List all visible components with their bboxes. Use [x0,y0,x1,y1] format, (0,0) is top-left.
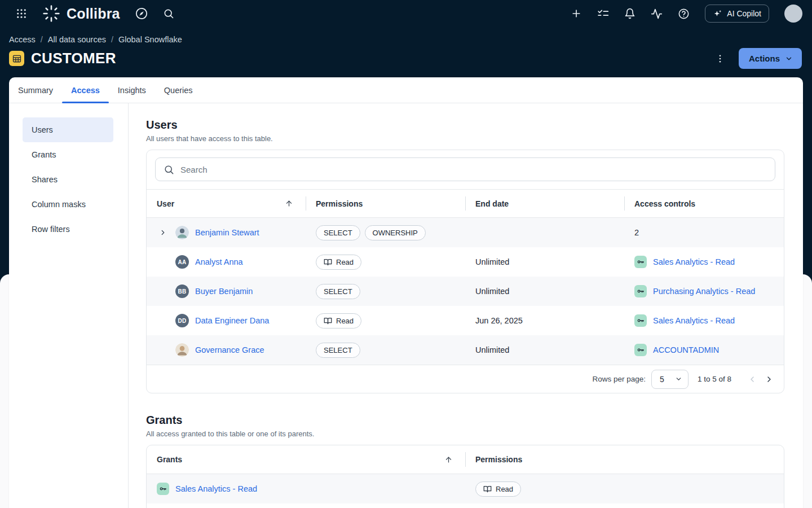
sidebar-item-grants[interactable]: Grants [23,142,113,167]
page-title: CUSTOMER [31,50,116,67]
avatar-initials: DD [175,314,189,327]
access-control-link[interactable]: Purchasing Analytics - Read [653,287,755,296]
table-row [147,503,784,508]
notifications-bell-icon[interactable] [624,8,636,19]
collibra-logo-mark-icon [42,4,61,23]
topbar: Collibra AI Copilot [0,0,812,27]
breadcrumb-item-global-snowflake[interactable]: Global Snowflake [118,35,182,44]
column-header-user[interactable]: User [147,190,306,217]
rows-per-page-label: Rows per page: [592,375,646,383]
pagination-next-icon[interactable] [761,371,778,388]
access-control-link[interactable]: Sales Analytics - Read [653,257,735,266]
sidebar-item-shares[interactable]: Shares [23,167,113,192]
help-icon[interactable] [678,8,690,20]
sidebar-item-row-filters[interactable]: Row filters [23,217,113,242]
column-header-grant-permissions[interactable]: Permissions [465,445,784,474]
section-title-grants: Grants [146,414,784,427]
column-header-end-date[interactable]: End date [465,190,624,217]
user-avatar[interactable] [784,5,802,23]
rows-per-page-select[interactable]: 5 [651,370,689,389]
brand-logo[interactable]: Collibra [42,4,120,23]
brand-wordmark: Collibra [67,6,120,22]
users-table-header: User Permissions End date Access control… [147,189,784,218]
column-header-access-controls[interactable]: Access controls [624,190,784,217]
content-area: Users All users that have access to this… [129,103,803,508]
end-date: Unlimited [465,345,624,354]
breadcrumb-item-all-data-sources[interactable]: All data sources [48,35,106,44]
add-icon[interactable] [571,8,582,19]
search-input-icon [164,164,174,175]
permission-chip: SELECT [316,225,360,240]
user-name-link[interactable]: Analyst Anna [195,257,243,266]
key-badge [157,483,169,495]
table-row: Sales Analytics - Read Read [147,474,784,503]
permission-chip: SELECT [316,284,360,299]
read-book-icon [324,317,332,325]
permission-chip: Read [316,255,361,270]
title-row: CUSTOMER Actions [0,44,812,69]
grants-table-panel: Grants Permissions Sales Analytics - Rea… [146,445,784,508]
key-badge [634,344,647,356]
permission-chip: OWNERSHIP [365,225,426,240]
access-control-link[interactable]: Sales Analytics - Read [653,316,735,325]
table-row: DD Data Engineer Dana Read Jun 26, 2025 [147,306,784,335]
breadcrumb-separator: / [111,35,113,44]
end-date: Unlimited [465,287,624,296]
pagination-prev-icon[interactable] [744,371,761,388]
permission-chip: Read [475,481,521,497]
read-book-icon [483,485,492,493]
users-search-input[interactable] [180,165,767,174]
apps-grid-icon[interactable] [16,8,27,19]
kebab-menu-button[interactable] [713,51,727,66]
search-icon[interactable] [163,8,174,19]
user-name-link[interactable]: Governance Grace [195,345,264,354]
access-control-link[interactable]: ACCOUNTADMIN [653,345,719,354]
breadcrumb-item-access[interactable]: Access [9,35,36,44]
avatar-initials: BB [175,284,189,298]
column-header-grants[interactable]: Grants [147,445,465,474]
users-table-panel: User Permissions End date Access control… [146,150,784,393]
actions-label: Actions [749,54,780,63]
sort-ascending-icon [285,199,293,208]
ai-copilot-label: AI Copilot [727,9,761,18]
activity-pulse-icon[interactable] [651,8,663,20]
breadcrumb: Access / All data sources / Global Snowf… [0,27,812,44]
tab-queries[interactable]: Queries [155,77,202,103]
user-name-link[interactable]: Data Engineer Dana [195,316,269,325]
tasks-checklist-icon[interactable] [597,8,609,20]
user-name-link[interactable]: Buyer Benjamin [195,287,253,296]
tab-access[interactable]: Access [62,77,109,103]
table-row: AA Analyst Anna Read Unlimited [147,247,784,277]
grants-table-header: Grants Permissions [147,445,784,474]
permission-chip: SELECT [316,343,360,358]
main-card: Summary Access Insights Queries Users Gr… [9,77,803,508]
column-header-permissions[interactable]: Permissions [306,190,465,217]
sort-ascending-icon [444,456,453,464]
key-badge [634,314,647,327]
chevron-down-icon [785,55,793,63]
user-name-link[interactable]: Benjamin Stewart [195,228,259,237]
ai-copilot-button[interactable]: AI Copilot [705,5,769,23]
section-subtitle-users: All users that have access to this table… [146,134,784,143]
sidebar-item-users[interactable]: Users [23,117,113,142]
section-title-users: Users [146,119,784,132]
section-subtitle-grants: All access granted to this table or one … [146,430,784,438]
end-date: Jun 26, 2025 [465,316,624,325]
table-asset-icon [9,51,24,66]
avatar-photo [175,226,189,239]
key-badge [634,256,647,268]
actions-button[interactable]: Actions [739,48,802,69]
tab-insights[interactable]: Insights [109,77,155,103]
table-row: BB Buyer Benjamin SELECT Unlimited Purch… [147,277,784,306]
sparkles-icon [713,9,722,19]
grant-name-link[interactable]: Sales Analytics - Read [175,484,257,493]
key-badge [634,285,647,297]
table-row: Benjamin Stewart SELECT OWNERSHIP 2 [147,218,784,247]
row-expander-chevron-right-icon[interactable] [157,226,169,239]
explore-compass-icon[interactable] [135,7,148,20]
tab-bar: Summary Access Insights Queries [9,77,803,103]
tab-summary[interactable]: Summary [9,77,62,103]
sidebar-item-column-masks[interactable]: Column masks [23,192,113,217]
end-date: Unlimited [465,257,624,266]
read-book-icon [324,258,332,266]
